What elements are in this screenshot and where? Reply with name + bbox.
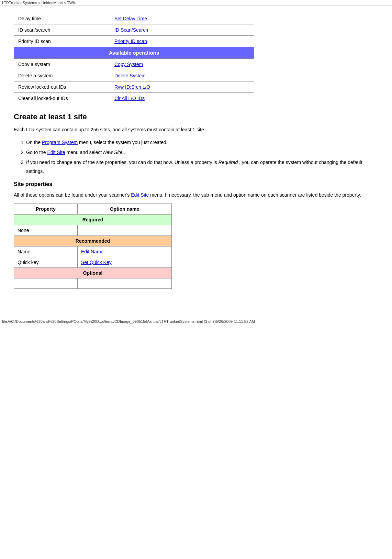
col-option-header: Option name <box>78 204 172 214</box>
property-cell: Quick key <box>14 257 78 267</box>
recommended-header-row: Recommended <box>14 235 172 246</box>
list-item: On the Program System menu, select the s… <box>26 138 378 147</box>
property-cell: Delay time <box>14 13 110 24</box>
page-title: LTRTrunkedSystems < UnidenMan4 < TWiki <box>2 1 77 5</box>
edit-site-link[interactable]: Edit Site <box>131 192 149 198</box>
link-cell: Rvw ID:Srch L/O <box>110 81 254 93</box>
footer-text: file:///C:/Documents%20and%20Settings/PO… <box>2 319 255 324</box>
step-link[interactable]: Program System <box>42 140 78 145</box>
option-link[interactable]: Edit Name <box>81 249 103 254</box>
property-cell: Delete a system <box>14 70 110 81</box>
link-cell: Delete System <box>110 70 254 81</box>
table-row: ID scan/searchID Scan/Search <box>14 24 254 36</box>
option-link[interactable]: Set Quick Key <box>81 260 112 265</box>
create-intro: Each LTR system can contain up to 256 si… <box>14 126 378 133</box>
recommended-header-cell: Recommended <box>14 235 172 246</box>
site-properties-intro: All of these options can be found under … <box>14 191 378 199</box>
site-properties-title: Site properties <box>14 181 378 187</box>
table-row: Priority ID scanPriority ID scan <box>14 36 254 47</box>
section-header-row: Available operations <box>14 47 254 59</box>
option-cell: Set Quick Key <box>78 257 172 267</box>
optional-header-cell: Optional <box>14 267 172 278</box>
step-link[interactable]: Edit Site <box>47 150 65 155</box>
create-section-title: Create at least 1 site <box>14 112 378 121</box>
property-link[interactable]: Priority ID scan <box>114 39 147 44</box>
empty-cell <box>14 278 78 288</box>
property-cell: Name <box>14 246 78 257</box>
table-row: Copy a systemCopy System <box>14 59 254 70</box>
list-item: If you need to change any of the site pr… <box>26 158 378 175</box>
table-row: NameEdit Name <box>14 246 172 257</box>
table-row: Delete a systemDelete System <box>14 70 254 81</box>
link-cell: Priority ID scan <box>110 36 254 47</box>
col-property-header: Property <box>14 204 78 214</box>
link-cell: Clr All L/O IDs <box>110 93 254 104</box>
property-cell: ID scan/search <box>14 24 110 36</box>
browser-title-bar: LTRTrunkedSystems < UnidenMan4 < TWiki <box>0 0 392 6</box>
required-header-row: Required <box>14 214 172 225</box>
list-item: Go to the Edit Site menu and select New … <box>26 148 378 157</box>
table-row: Delay timeSet Delay Time <box>14 13 254 24</box>
link-cell: Set Delay Time <box>110 13 254 24</box>
property-link[interactable]: ID Scan/Search <box>114 27 148 33</box>
table-row: Clear all locked-out IDsClr All L/O IDs <box>14 93 254 104</box>
option-cell: Edit Name <box>78 246 172 257</box>
property-cell: Priority ID scan <box>14 36 110 47</box>
property-cell: None <box>14 225 78 235</box>
footer-bar: file:///C:/Documents%20and%20Settings/PO… <box>0 318 392 325</box>
create-steps-list: On the Program System menu, select the s… <box>26 138 378 176</box>
link-cell: ID Scan/Search <box>110 24 254 36</box>
main-properties-table: Delay timeSet Delay TimeID scan/searchID… <box>14 13 254 104</box>
property-cell: Clear all locked-out IDs <box>14 93 110 104</box>
link-cell: Copy System <box>110 59 254 70</box>
property-link[interactable]: Clr All L/O IDs <box>114 96 145 101</box>
option-cell <box>78 225 172 235</box>
empty-row <box>14 278 172 288</box>
table-row: Quick keySet Quick Key <box>14 257 172 267</box>
property-link[interactable]: Delete System <box>114 73 146 78</box>
property-link[interactable]: Rvw ID:Srch L/O <box>114 84 150 90</box>
property-cell: Copy a system <box>14 59 110 70</box>
section-header-cell: Available operations <box>14 47 254 59</box>
table-row: None <box>14 225 172 235</box>
property-link[interactable]: Set Delay Time <box>114 16 147 21</box>
empty-cell <box>78 278 172 288</box>
site-properties-table: Property Option name RequiredNoneRecomme… <box>14 204 172 289</box>
property-cell: Review locked-out IDs <box>14 81 110 93</box>
required-header-cell: Required <box>14 214 172 225</box>
optional-header-row: Optional <box>14 267 172 278</box>
property-link[interactable]: Copy System <box>114 62 143 67</box>
table-row: Review locked-out IDsRvw ID:Srch L/O <box>14 81 254 93</box>
